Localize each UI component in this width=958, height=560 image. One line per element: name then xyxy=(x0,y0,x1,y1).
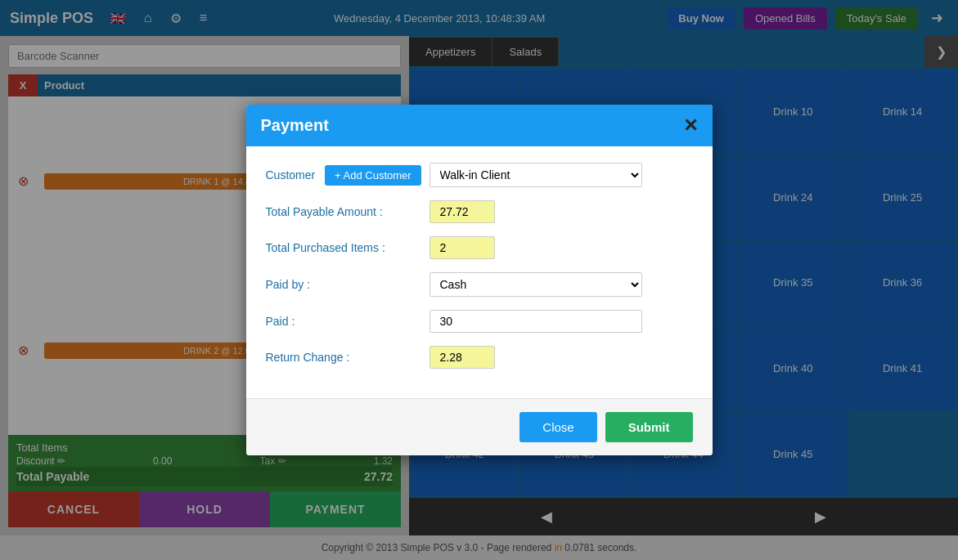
return-change-label: Return Change : xyxy=(266,351,430,364)
paid-by-label: Paid by : xyxy=(266,278,430,291)
total-purchased-label: Total Purchased Items : xyxy=(266,241,430,254)
return-change-value: 2.28 xyxy=(430,346,495,369)
payment-modal: Payment ✕ Customer + Add Customer Walk-i… xyxy=(246,105,713,455)
add-customer-button[interactable]: + Add Customer xyxy=(325,165,421,186)
modal-title: Payment xyxy=(261,116,329,135)
paid-input[interactable] xyxy=(430,310,642,333)
modal-overlay: Payment ✕ Customer + Add Customer Walk-i… xyxy=(0,0,958,560)
customer-select[interactable]: Walk-in Client xyxy=(430,163,642,187)
customer-label: Customer + Add Customer xyxy=(266,165,430,186)
paid-by-select[interactable]: Cash xyxy=(430,272,642,297)
total-purchased-value: 2 xyxy=(430,236,495,259)
modal-close-button[interactable]: ✕ xyxy=(683,117,698,135)
modal-close-btn[interactable]: Close xyxy=(519,412,596,442)
paid-row: Paid : xyxy=(266,310,693,333)
return-change-row: Return Change : 2.28 xyxy=(266,346,693,369)
modal-header: Payment ✕ xyxy=(246,105,713,146)
modal-body: Customer + Add Customer Walk-in Client T… xyxy=(246,146,713,398)
total-purchased-row: Total Purchased Items : 2 xyxy=(266,236,693,259)
customer-row: Customer + Add Customer Walk-in Client xyxy=(266,163,693,187)
total-payable-amount-value: 27.72 xyxy=(430,200,495,223)
total-payable-amount-row: Total Payable Amount : 27.72 xyxy=(266,200,693,223)
total-payable-amount-label: Total Payable Amount : xyxy=(266,205,430,218)
paid-label: Paid : xyxy=(266,315,430,328)
paid-by-row: Paid by : Cash xyxy=(266,272,693,297)
modal-footer: Close Submit xyxy=(246,398,713,455)
modal-submit-btn[interactable]: Submit xyxy=(605,412,693,442)
